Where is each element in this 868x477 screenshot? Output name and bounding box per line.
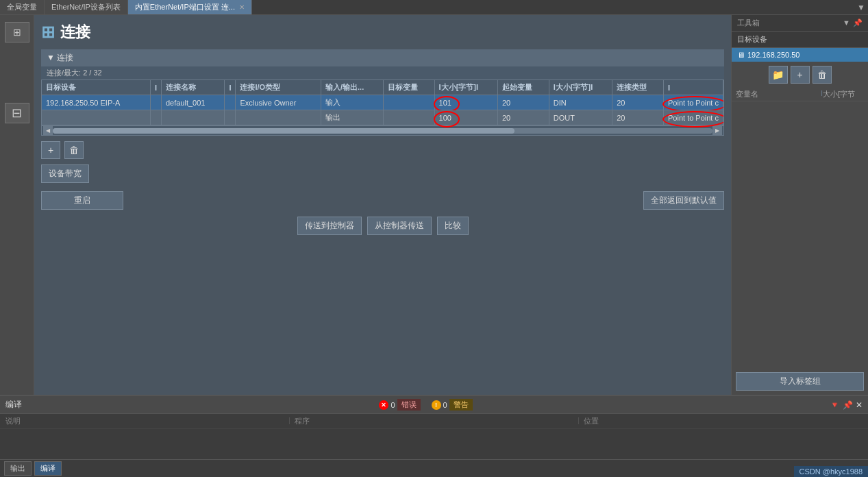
cell-target-size: 100 [434, 110, 497, 125]
close-tab-icon[interactable]: ✕ [239, 3, 245, 11]
conn-type-highlight-2: Point to Point c [668, 114, 719, 122]
cell-device: 192.168.250.50 EIP-A [42, 95, 150, 110]
device-icon: 🖥 [737, 51, 745, 59]
col-sep3: I [664, 80, 723, 95]
main-layout: ⊞ ⊟ ⊞ 连接 ▼ 连接 连接/最大: 2 / 32 目标设备 I [0, 15, 868, 395]
delete-connection-button[interactable]: 🗑 [64, 141, 84, 159]
compile-pin-icon[interactable]: 📌 [843, 400, 853, 410]
cell-start-var-size: 20 [497, 95, 549, 110]
tab-dropdown-btn[interactable]: ▼ [854, 0, 868, 14]
table-row[interactable]: 输出 100 20 DOUT 20 Point to Point c [42, 110, 723, 125]
scroll-thumb[interactable] [53, 128, 514, 134]
table-row[interactable]: 192.168.250.50 EIP-A default_001 Exclusi… [42, 95, 723, 110]
col-size2: I大小[字节]I [549, 80, 612, 95]
import-labels-button[interactable]: 导入标签组 [736, 372, 864, 391]
table-header-row: 目标设备 I 连接名称 I 连接I/O类型 输入/输出... 目标变量 I大小[… [42, 80, 723, 95]
left-sidebar: ⊞ ⊟ [0, 15, 34, 395]
cell-size2: 20 [612, 110, 664, 125]
right-panel-action-icons: 📁 + 🗑 [732, 62, 868, 88]
io-icon: ⊞ [13, 27, 21, 38]
cell-conn-io-type [236, 110, 321, 125]
compile-dropdown-icon[interactable]: 🔻 [830, 400, 840, 410]
tab-port-settings[interactable]: 内置EtherNet/IP端口设置 连... ✕ [128, 0, 252, 14]
add-delete-buttons: + 🗑 [41, 141, 724, 159]
warning-badge: ! 0 警告 [427, 398, 477, 411]
cell-sep2 [225, 110, 236, 125]
folder-icon: 📁 [772, 69, 784, 80]
network-icon: ⊟ [12, 106, 22, 121]
cell-conn-type: Point to Point c [664, 95, 723, 110]
toolbox-dropdown-icon[interactable]: ▼ [843, 19, 850, 27]
col-sep2: I [225, 80, 236, 95]
cell-sep2 [225, 95, 236, 110]
toolbox-pin-icon[interactable]: 📌 [853, 19, 863, 27]
section-header[interactable]: ▼ 连接 [41, 49, 724, 66]
error-icon: ✕ [379, 400, 388, 410]
col-target-size: I大小[字节]I [434, 80, 497, 95]
cell-sep1 [150, 95, 161, 110]
network-icon-btn[interactable]: ⊟ [5, 103, 29, 123]
delete-icon: 🗑 [817, 69, 827, 80]
cell-target-var [383, 110, 434, 125]
cell-start-var-size: 20 [497, 110, 549, 125]
cell-start-var: DIN [549, 95, 612, 110]
add-var-btn[interactable]: + [791, 66, 810, 84]
folder-icon-btn[interactable]: 📁 [769, 66, 788, 84]
scroll-left-btn[interactable]: ◀ [43, 126, 53, 136]
compile-close-icon[interactable]: ✕ [856, 400, 863, 410]
tab-compile[interactable]: 编译 [34, 461, 62, 476]
cell-size2: 20 [612, 95, 664, 110]
transfer-buttons: 传送到控制器 从控制器传送 比较 [41, 217, 724, 235]
bandwidth-btn-wrapper: 设备带宽 [41, 164, 724, 183]
connection-table: 目标设备 I 连接名称 I 连接I/O类型 输入/输出... 目标变量 I大小[… [42, 80, 723, 125]
cell-io-dir: 输出 [321, 110, 384, 125]
cell-target-size: 101 [434, 95, 497, 110]
cell-conn-name [161, 110, 224, 125]
section-sub: 连接/最大: 2 / 32 [41, 66, 724, 80]
cell-device [42, 110, 150, 125]
compare-button[interactable]: 比较 [437, 217, 469, 235]
tab-ethernet-list[interactable]: EtherNet/IP设备列表 [45, 0, 128, 14]
target-size-highlight-2: 100 [439, 114, 451, 122]
target-device-label: 目标设备 [732, 32, 868, 48]
cell-conn-io-type: Exclusive Owner [236, 95, 321, 110]
target-size-highlight: 101 [439, 99, 451, 107]
horizontal-scrollbar[interactable]: ◀ ▶ [42, 125, 723, 135]
conn-type-highlight: Point to Point c [668, 99, 719, 107]
action-row: 重启 全部返回到默认值 [41, 191, 724, 210]
title-icon: ⊞ [41, 23, 55, 42]
var-table-header: 变量名 I 大小[字节 [732, 88, 868, 101]
add-connection-button[interactable]: + [41, 141, 60, 159]
delete-icon: 🗑 [69, 145, 79, 156]
toolbox-header: 工具箱 ▼ 📌 [732, 15, 868, 32]
tab-output[interactable]: 输出 [4, 461, 32, 476]
col-io-dir: 输入/输出... [321, 80, 384, 95]
col-sep1: I [150, 80, 161, 95]
reset-button[interactable]: 重启 [41, 191, 123, 210]
tab-global-vars[interactable]: 全局变量 [0, 0, 45, 14]
cell-conn-name: default_001 [161, 95, 224, 110]
bandwidth-button[interactable]: 设备带宽 [41, 164, 89, 183]
compile-header-left: 编译 [5, 399, 22, 411]
col-target-var: 目标变量 [383, 80, 434, 95]
device-item[interactable]: 🖥 192.168.250.50 [732, 48, 868, 62]
import-btn-wrapper: 导入标签组 [732, 364, 868, 395]
scroll-right-btn[interactable]: ▶ [712, 126, 722, 136]
col-target-device: 目标设备 [42, 80, 150, 95]
recv-from-ctrl-button[interactable]: 从控制器传送 [367, 217, 432, 235]
cell-sep1 [150, 110, 161, 125]
io-icon-btn[interactable]: ⊞ [5, 22, 29, 42]
compile-header: 编译 ✕ 0 错误 ! 0 警告 🔻 📌 ✕ [0, 396, 868, 414]
compile-panel: 编译 ✕ 0 错误 ! 0 警告 🔻 📌 ✕ 说明 [0, 395, 868, 477]
reset-default-button[interactable]: 全部返回到默认值 [643, 191, 724, 210]
warning-icon: ! [432, 400, 441, 410]
tab-bar: 全局变量 EtherNet/IP设备列表 内置EtherNet/IP端口设置 连… [0, 0, 868, 15]
compile-header-icons: 🔻 📌 ✕ [830, 400, 863, 410]
col-conn-name: 连接名称 [161, 80, 224, 95]
delete-var-btn[interactable]: 🗑 [813, 66, 832, 84]
error-badge: ✕ 0 错误 [375, 398, 424, 411]
compile-columns: 说明 | 程序 | 位置 [0, 414, 868, 429]
scroll-track[interactable] [53, 128, 712, 134]
send-to-ctrl-button[interactable]: 传送到控制器 [297, 217, 362, 235]
toolbox-controls: ▼ 📌 [843, 19, 863, 27]
